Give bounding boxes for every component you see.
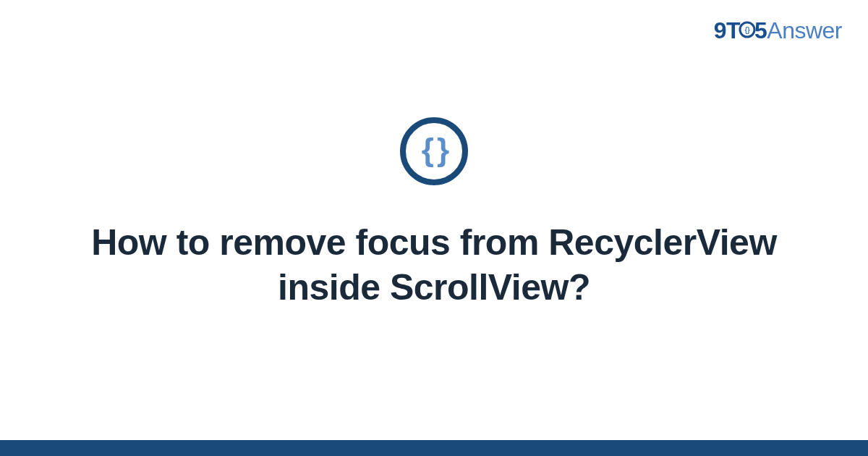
footer-accent-bar [0, 440, 868, 456]
question-title: How to remove focus from RecyclerView in… [72, 220, 796, 311]
main-content: { } How to remove focus from RecyclerVie… [0, 0, 868, 456]
code-braces-icon: { } [400, 117, 468, 185]
braces-glyph: { } [422, 134, 446, 166]
